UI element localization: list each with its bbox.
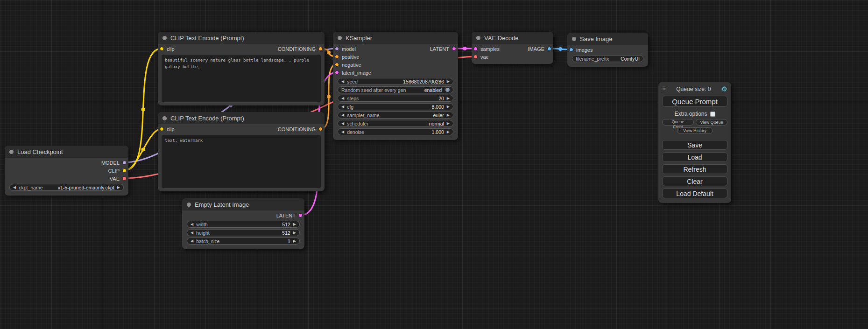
collapse-dot[interactable] [572, 37, 576, 41]
input-port-negative[interactable] [335, 63, 339, 67]
settings-gear-icon[interactable]: ⚙ [721, 85, 727, 92]
output-slot-model[interactable]: MODEL [101, 159, 128, 167]
widget-seed[interactable]: ◀ seed 156680208700286 ▶ [338, 78, 453, 85]
output-port-model[interactable] [122, 161, 127, 165]
output-slot-image[interactable]: IMAGE [528, 45, 553, 53]
decrement-icon[interactable]: ◀ [341, 97, 344, 100]
collapse-dot[interactable] [338, 36, 342, 40]
decrement-icon[interactable]: ◀ [191, 223, 193, 226]
decrement-icon[interactable]: ◀ [341, 113, 344, 117]
input-port-vae[interactable] [473, 55, 478, 59]
input-port-samples[interactable] [473, 47, 478, 51]
input-port-latent-image[interactable] [335, 70, 339, 75]
increment-icon[interactable]: ▶ [293, 239, 296, 243]
clear-button[interactable]: Clear [662, 176, 727, 186]
view-history-button[interactable]: View History [677, 127, 713, 134]
input-slot-latent-image[interactable]: latent_image [333, 69, 371, 77]
widget-cfg[interactable]: ◀ cfg 8.000 ▶ [338, 103, 453, 110]
input-slot-model[interactable]: model [333, 45, 356, 53]
input-slot-clip[interactable]: clip [158, 125, 175, 133]
node-ksampler[interactable]: KSampler model LATENT positive [333, 32, 458, 140]
decrement-icon[interactable]: ◀ [191, 231, 193, 235]
collapse-dot[interactable] [476, 36, 480, 40]
widget-ckpt-name[interactable]: ◀ ckpt_name v1-5-pruned-emaonly.ckpt ▶ [9, 184, 124, 191]
node-title-bar[interactable]: CLIP Text Encode (Prompt) [158, 112, 325, 124]
widget-random-seed-toggle[interactable]: Random seed after every gen enabled [338, 86, 453, 93]
widget-height[interactable]: ◀ height 512 ▶ [187, 229, 300, 236]
output-slot-vae[interactable]: VAE [110, 175, 128, 182]
output-slot-conditioning[interactable]: CONDITIONING [278, 45, 325, 53]
output-port-clip[interactable] [122, 168, 127, 173]
decrement-icon[interactable]: ◀ [341, 122, 344, 126]
node-title-bar[interactable]: Save Image [567, 33, 648, 45]
widget-filename-prefix[interactable]: filename_prefix ComfyUI [572, 55, 643, 62]
decrement-icon[interactable]: ◀ [341, 105, 344, 109]
output-port-image[interactable] [547, 47, 551, 51]
prompt-textarea[interactable]: text, watermark [162, 135, 321, 188]
toggle-indicator[interactable] [445, 88, 450, 92]
increment-icon[interactable]: ▶ [447, 122, 450, 126]
increment-icon[interactable]: ▶ [447, 130, 450, 134]
queue-prompt-button[interactable]: Queue Prompt [662, 96, 727, 107]
increment-icon[interactable]: ▶ [447, 80, 450, 84]
widget-width[interactable]: ◀ width 512 ▶ [187, 221, 300, 228]
node-title-bar[interactable]: VAE Decode [472, 32, 553, 44]
queue-front-button[interactable]: Queue Front [662, 119, 694, 126]
input-slot-clip[interactable]: clip [158, 45, 175, 53]
input-port-clip[interactable] [160, 127, 164, 131]
drag-handle-icon[interactable]: ⠿ [662, 86, 666, 92]
increment-icon[interactable]: ▶ [117, 186, 120, 189]
input-slot-vae[interactable]: vae [472, 53, 489, 61]
input-port-images[interactable] [569, 48, 573, 52]
node-clip-text-encode-negative[interactable]: CLIP Text Encode (Prompt) clip CONDITION… [158, 112, 325, 191]
increment-icon[interactable]: ▶ [293, 223, 296, 226]
node-load-checkpoint[interactable]: Load Checkpoint MODEL CLIP VAE [5, 146, 128, 196]
node-save-image[interactable]: Save Image images filename_prefix ComfyU… [567, 33, 648, 67]
output-slot-latent[interactable]: LATENT [276, 211, 304, 219]
output-port-conditioning[interactable] [318, 47, 323, 51]
node-title-bar[interactable]: CLIP Text Encode (Prompt) [158, 32, 325, 44]
increment-icon[interactable]: ▶ [447, 105, 450, 109]
input-slot-samples[interactable]: samples [472, 45, 500, 53]
refresh-button[interactable]: Refresh [662, 164, 727, 174]
output-slot-conditioning[interactable]: CONDITIONING [278, 125, 325, 133]
input-port-positive[interactable] [335, 55, 339, 59]
input-port-clip[interactable] [160, 47, 164, 51]
widget-steps[interactable]: ◀ steps 20 ▶ [338, 95, 453, 102]
output-port-vae[interactable] [122, 176, 127, 181]
increment-icon[interactable]: ▶ [447, 97, 450, 100]
decrement-icon[interactable]: ◀ [191, 239, 193, 243]
widget-batch-size[interactable]: ◀ batch_size 1 ▶ [187, 238, 300, 245]
output-port-latent[interactable] [452, 47, 456, 51]
decrement-icon[interactable]: ◀ [341, 130, 344, 134]
node-clip-text-encode-positive[interactable]: CLIP Text Encode (Prompt) clip CONDITION… [158, 32, 325, 105]
collapse-dot[interactable] [162, 36, 167, 40]
decrement-icon[interactable]: ◀ [13, 186, 16, 189]
save-button[interactable]: Save [662, 140, 727, 150]
output-port-latent[interactable] [298, 213, 303, 217]
extra-options-checkbox[interactable] [710, 112, 715, 117]
collapse-dot[interactable] [162, 116, 167, 120]
widget-scheduler[interactable]: ◀ scheduler normal ▶ [338, 120, 453, 127]
input-slot-negative[interactable]: negative [333, 61, 361, 69]
input-slot-positive[interactable]: positive [333, 53, 359, 61]
widget-sampler-name[interactable]: ◀ sampler_name euler ▶ [338, 112, 453, 119]
node-title-bar[interactable]: Load Checkpoint [5, 146, 128, 158]
output-slot-latent[interactable]: LATENT [430, 45, 458, 53]
node-title-bar[interactable]: Empty Latent Image [182, 198, 304, 210]
node-empty-latent-image[interactable]: Empty Latent Image LATENT ◀ width 512 ▶ … [182, 198, 304, 249]
widget-denoise[interactable]: ◀ denoise 1.000 ▶ [338, 128, 453, 135]
collapse-dot[interactable] [187, 203, 191, 207]
load-button[interactable]: Load [662, 152, 727, 162]
input-port-model[interactable] [335, 47, 339, 51]
node-graph-canvas[interactable]: Load Checkpoint MODEL CLIP VAE [0, 0, 868, 329]
output-slot-clip[interactable]: CLIP [108, 167, 128, 175]
node-vae-decode[interactable]: VAE Decode samples IMAGE vae [472, 32, 553, 64]
load-default-button[interactable]: Load Default [662, 189, 727, 198]
increment-icon[interactable]: ▶ [447, 113, 450, 117]
decrement-icon[interactable]: ◀ [341, 80, 344, 84]
view-queue-button[interactable]: View Queue [696, 119, 727, 126]
increment-icon[interactable]: ▶ [293, 231, 296, 235]
output-port-conditioning[interactable] [318, 127, 323, 131]
collapse-dot[interactable] [9, 150, 14, 154]
